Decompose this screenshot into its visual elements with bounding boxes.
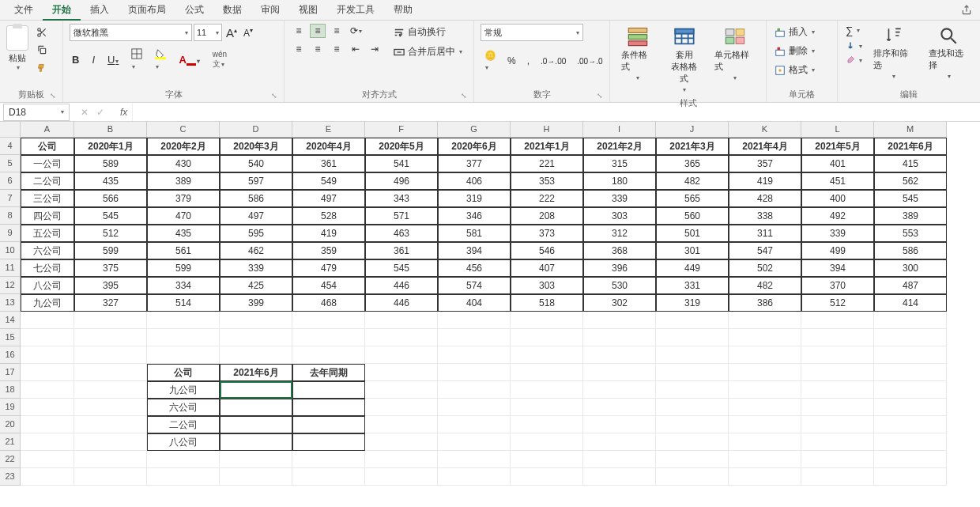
cell[interactable]: 302 [583, 294, 656, 312]
cell[interactable] [511, 468, 583, 486]
cell[interactable] [874, 468, 947, 486]
cell[interactable] [438, 364, 511, 381]
cell[interactable] [656, 312, 729, 329]
cell[interactable]: 312 [583, 225, 656, 242]
row-header-17[interactable]: 17 [0, 364, 21, 381]
cell[interactable] [511, 433, 583, 451]
cell[interactable] [438, 433, 511, 451]
cell[interactable]: 359 [292, 242, 365, 259]
col-header-H[interactable]: H [511, 122, 583, 138]
cell[interactable]: 407 [511, 259, 583, 277]
col-header-M[interactable]: M [874, 122, 947, 138]
cell[interactable]: 221 [511, 155, 583, 172]
cell[interactable]: 540 [220, 155, 292, 172]
cell[interactable] [21, 399, 74, 416]
cell[interactable]: 482 [656, 172, 729, 190]
cell[interactable]: 180 [583, 172, 656, 190]
spreadsheet-grid[interactable]: ABCDEFGHIJKLM 45678910111213141516171819… [0, 122, 980, 507]
cell[interactable] [21, 451, 74, 468]
cell[interactable] [21, 433, 74, 451]
cell[interactable] [74, 381, 147, 399]
autosum-button[interactable]: ∑▾ [844, 24, 864, 37]
underline-button[interactable]: U▾ [105, 52, 121, 67]
cell[interactable] [74, 399, 147, 416]
cell[interactable]: 319 [438, 190, 511, 207]
cell[interactable] [74, 329, 147, 346]
cell[interactable]: 389 [874, 207, 947, 225]
cell[interactable]: 公司 [147, 364, 220, 381]
align-left-button[interactable]: ≡ [291, 42, 307, 56]
cell[interactable] [220, 433, 292, 451]
cell[interactable]: 343 [365, 190, 438, 207]
cell[interactable]: 339 [801, 225, 874, 242]
cell[interactable]: 597 [220, 172, 292, 190]
cell[interactable] [21, 329, 74, 346]
cell[interactable] [365, 451, 438, 468]
cell[interactable] [74, 312, 147, 329]
cell[interactable] [74, 416, 147, 433]
cell[interactable]: 487 [874, 277, 947, 294]
cell[interactable]: 365 [656, 155, 729, 172]
merge-center-button[interactable]: 合并后居中▾ [390, 44, 466, 60]
fill-button[interactable]: ▾ [844, 40, 864, 51]
cell[interactable] [874, 381, 947, 399]
menu-file[interactable]: 文件 [5, 0, 43, 20]
cell[interactable] [583, 312, 656, 329]
cell[interactable]: 492 [801, 207, 874, 225]
bold-button[interactable]: B [70, 52, 81, 67]
cell[interactable] [511, 312, 583, 329]
decrease-indent-button[interactable]: ⇤ [348, 42, 364, 56]
cell[interactable] [220, 399, 292, 416]
cell[interactable]: 482 [729, 277, 801, 294]
cell[interactable] [729, 312, 801, 329]
col-header-D[interactable]: D [220, 122, 292, 138]
cell[interactable] [729, 451, 801, 468]
cell[interactable] [292, 468, 365, 486]
cell[interactable]: 373 [511, 225, 583, 242]
cell[interactable] [729, 381, 801, 399]
cell[interactable]: 303 [583, 207, 656, 225]
cell[interactable] [220, 381, 292, 399]
cell[interactable] [74, 433, 147, 451]
cell[interactable]: 512 [74, 225, 147, 242]
cell[interactable]: 406 [438, 172, 511, 190]
cell[interactable]: 七公司 [21, 259, 74, 277]
cell[interactable] [656, 433, 729, 451]
row-header-9[interactable]: 9 [0, 225, 21, 242]
align-middle-button[interactable]: ≡ [310, 24, 326, 38]
cell[interactable] [583, 364, 656, 381]
align-top-button[interactable]: ≡ [291, 24, 307, 38]
cell[interactable]: 222 [511, 190, 583, 207]
cell[interactable] [292, 381, 365, 399]
cell[interactable] [801, 468, 874, 486]
cell[interactable]: 公司 [21, 138, 74, 155]
cell[interactable]: 346 [438, 207, 511, 225]
menu-data[interactable]: 数据 [213, 0, 251, 20]
decrease-decimal-button[interactable]: .00→.0 [573, 55, 606, 68]
cell[interactable] [21, 346, 74, 364]
row-header-8[interactable]: 8 [0, 207, 21, 225]
cell[interactable] [801, 399, 874, 416]
cell[interactable] [729, 364, 801, 381]
cell[interactable] [583, 416, 656, 433]
cell[interactable]: 四公司 [21, 207, 74, 225]
cell[interactable]: 547 [729, 242, 801, 259]
select-all-corner[interactable] [0, 122, 21, 138]
format-cells-button[interactable]: 格式▾ [773, 62, 816, 78]
cell[interactable] [656, 381, 729, 399]
row-header-22[interactable]: 22 [0, 451, 21, 468]
row-header-21[interactable]: 21 [0, 433, 21, 451]
cell[interactable] [656, 364, 729, 381]
cancel-formula-icon[interactable]: ✕ [81, 107, 89, 118]
row-header-5[interactable]: 5 [0, 155, 21, 172]
cell[interactable]: 449 [656, 259, 729, 277]
cell[interactable] [292, 329, 365, 346]
cell[interactable] [583, 468, 656, 486]
cell[interactable]: 379 [147, 190, 220, 207]
row-header-4[interactable]: 4 [0, 138, 21, 155]
cell[interactable]: 六公司 [147, 399, 220, 416]
row-headers[interactable]: 4567891011121314151617181920212223 [0, 138, 21, 486]
cell[interactable]: 208 [511, 207, 583, 225]
paste-button[interactable]: 粘贴 ▾ [6, 24, 28, 71]
cell[interactable] [729, 346, 801, 364]
